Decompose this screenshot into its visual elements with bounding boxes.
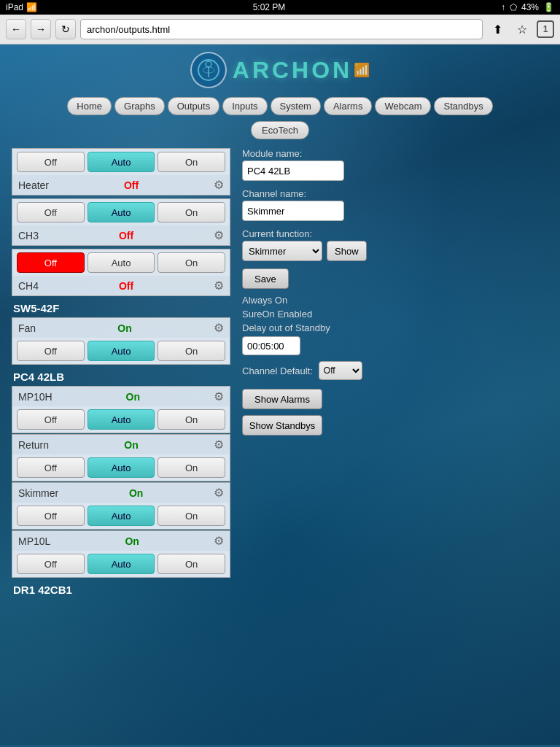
mp10l-off-btn[interactable]: Off: [17, 554, 85, 574]
ch3-auto-btn-top[interactable]: Auto: [88, 202, 155, 222]
return-auto-btn[interactable]: Auto: [88, 457, 155, 478]
mp10l-label: MP10L: [18, 535, 50, 547]
right-panel: Module name: Channel name: Current funct…: [242, 148, 548, 602]
fan-on-btn[interactable]: On: [158, 341, 225, 361]
carrier-text: iPad: [6, 2, 23, 12]
save-button[interactable]: Save: [242, 268, 289, 289]
refresh-button[interactable]: ↻: [55, 19, 76, 39]
back-button[interactable]: ←: [6, 19, 26, 39]
ecotech-button[interactable]: EcoTech: [251, 121, 309, 139]
control-row-ch3-top: Off Auto On: [12, 199, 230, 225]
nav-standbys[interactable]: Standbys: [434, 97, 492, 115]
skimmer-off-btn[interactable]: Off: [17, 506, 85, 526]
mp10l-auto-btn[interactable]: Auto: [88, 554, 155, 574]
ch4-auto-btn-top[interactable]: Auto: [88, 252, 155, 273]
nav-alarms[interactable]: Alarms: [324, 97, 372, 115]
ch3-on-btn-top[interactable]: On: [158, 202, 225, 222]
forward-button[interactable]: →: [31, 19, 51, 39]
nav-graphs[interactable]: Graphs: [114, 97, 165, 115]
channel-row-ch4: Off Auto On CH4 Off ⚙: [12, 249, 230, 296]
mp10h-off-btn[interactable]: Off: [17, 409, 85, 430]
url-text: archon/outputs.html: [87, 24, 170, 35]
address-bar[interactable]: archon/outputs.html: [80, 19, 483, 39]
module-name-input[interactable]: [242, 160, 344, 181]
status-left: iPad 📶: [6, 2, 37, 12]
show-standbys-button[interactable]: Show Standbys: [242, 415, 322, 436]
ch3-off-btn-top[interactable]: Off: [17, 202, 85, 222]
channel-row-skimmer: Skimmer On ⚙ Off Auto On: [12, 482, 230, 530]
wifi-icon: 📶: [26, 2, 37, 12]
skimmer-on-btn[interactable]: On: [158, 506, 225, 526]
heater-off-btn-top[interactable]: Off: [17, 152, 85, 172]
module-name-label: Module name:: [242, 148, 548, 159]
nav-outputs[interactable]: Outputs: [168, 97, 220, 115]
logo-area: ARCHON 📶: [0, 44, 560, 94]
nav-home[interactable]: Home: [67, 97, 112, 115]
heater-gear-icon[interactable]: ⚙: [214, 178, 224, 192]
time-display: 5:02 PM: [253, 2, 286, 12]
bookmark-button[interactable]: ☆: [512, 19, 532, 39]
module-name-group: Module name:: [242, 148, 548, 181]
return-gear-icon[interactable]: ⚙: [214, 438, 224, 452]
ch4-off-btn-top[interactable]: Off: [17, 252, 85, 273]
ch3-gear-icon[interactable]: ⚙: [214, 228, 224, 242]
fan-off-btn[interactable]: Off: [17, 341, 85, 361]
logo-text: ARCHON: [233, 57, 352, 84]
fan-name-row: Fan On ⚙: [12, 318, 230, 338]
channel-row-return: Return On ⚙ Off Auto On: [12, 434, 230, 481]
channel-row-mp10h: MP10H On ⚙ Off Auto On: [12, 386, 230, 433]
dr1-header: DR1 42CB1: [12, 581, 230, 599]
current-function-label: Current function:: [242, 228, 548, 239]
mp10l-name-row: MP10L On ⚙: [12, 531, 230, 551]
mp10h-label: MP10H: [18, 391, 52, 403]
mp10l-on-btn[interactable]: On: [158, 554, 225, 574]
channel-name-input[interactable]: [242, 201, 344, 221]
skimmer-status: On: [129, 487, 143, 499]
device-section-ch4: Off Auto On CH4 Off ⚙: [12, 249, 230, 296]
mp10h-auto-btn[interactable]: Auto: [88, 409, 155, 430]
ch4-status: Off: [119, 280, 133, 292]
ch4-name-row: CH4 Off ⚙: [12, 276, 230, 295]
device-section-heater: Off Auto On Heater Off ⚙: [12, 148, 230, 196]
battery-icon: 🔋: [543, 2, 554, 12]
mp10h-gear-icon[interactable]: ⚙: [214, 390, 224, 403]
nav-webcam[interactable]: Webcam: [375, 97, 431, 115]
channel-default-label: Channel Default:: [242, 365, 313, 376]
return-status: On: [124, 439, 138, 451]
sureon-enabled-text: SureOn Enabled: [242, 309, 548, 320]
fan-label: Fan: [18, 322, 36, 334]
skimmer-auto-btn[interactable]: Auto: [88, 506, 155, 526]
skimmer-gear-icon[interactable]: ⚙: [214, 486, 224, 500]
show-alarms-button[interactable]: Show Alarms: [242, 389, 322, 409]
control-row-skimmer: Off Auto On: [12, 503, 230, 529]
channel-default-row: Channel Default: Off: [242, 361, 548, 380]
mp10h-on-btn[interactable]: On: [158, 409, 225, 430]
nav-system[interactable]: System: [271, 97, 321, 115]
fan-gear-icon[interactable]: ⚙: [214, 321, 224, 335]
show-function-button[interactable]: Show: [327, 241, 367, 261]
control-row-heater-top: Off Auto On: [12, 149, 230, 175]
share-button[interactable]: ⬆: [487, 19, 508, 39]
function-row: Skimmer Show: [242, 241, 548, 261]
svg-point-1: [206, 61, 211, 67]
function-select[interactable]: Skimmer: [242, 241, 322, 261]
ch3-label: CH3: [18, 230, 39, 241]
mp10h-status: On: [126, 391, 140, 403]
control-row-mp10h: Off Auto On: [12, 406, 230, 433]
heater-on-btn-top[interactable]: On: [158, 152, 225, 172]
current-function-group: Current function: Skimmer Show: [242, 228, 548, 261]
ch4-on-btn-top[interactable]: On: [158, 252, 225, 273]
return-on-btn[interactable]: On: [158, 457, 225, 478]
delay-time-input[interactable]: [242, 336, 300, 355]
tab-count[interactable]: 1: [537, 20, 554, 38]
channel-default-select[interactable]: Off: [319, 361, 362, 380]
mp10l-status: On: [125, 535, 139, 547]
mp10l-gear-icon[interactable]: ⚙: [214, 534, 224, 548]
ch4-gear-icon[interactable]: ⚙: [214, 279, 224, 293]
fan-auto-btn[interactable]: Auto: [88, 341, 155, 361]
nav-inputs[interactable]: Inputs: [222, 97, 267, 115]
heater-auto-btn-top[interactable]: Auto: [88, 152, 155, 172]
heater-name-row: Heater Off ⚙: [12, 175, 230, 195]
return-off-btn[interactable]: Off: [17, 457, 85, 478]
skimmer-label: Skimmer: [18, 487, 58, 499]
